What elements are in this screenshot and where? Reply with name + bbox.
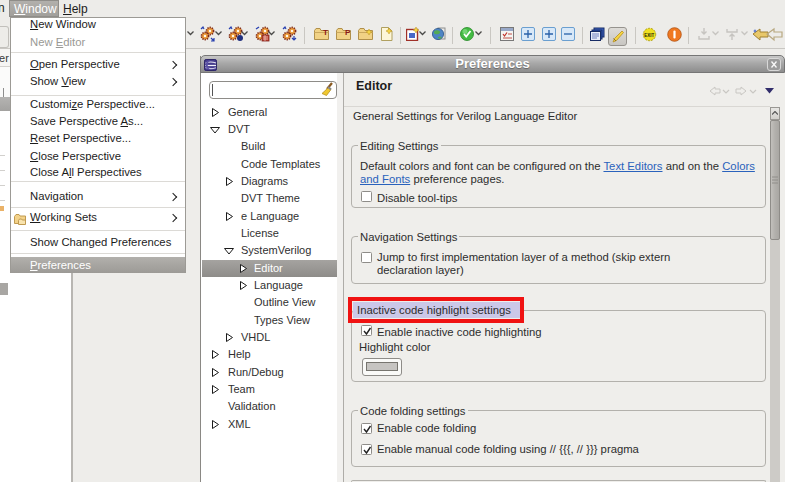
svg-text:EXIT: EXIT — [644, 33, 654, 38]
svg-text:T: T — [323, 28, 328, 37]
svg-text:P: P — [345, 28, 351, 37]
